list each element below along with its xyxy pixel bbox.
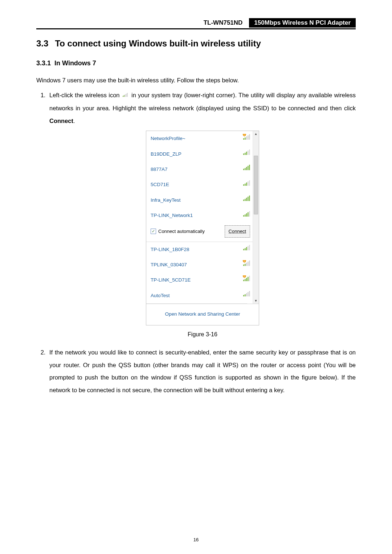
wireless-tray-icon — [122, 89, 129, 102]
svg-rect-29 — [248, 197, 249, 201]
svg-rect-39 — [248, 246, 249, 250]
auto-connect-checkbox[interactable]: ✓ — [151, 229, 156, 234]
svg-rect-0 — [123, 96, 123, 97]
svg-text:!: ! — [244, 260, 245, 263]
svg-rect-54 — [245, 294, 246, 296]
wifi-ssid: Infra_KeyTest — [151, 195, 241, 205]
header-bar: TL-WN751ND 150Mbps Wireless N PCI Adapte… — [36, 18, 356, 29]
scroll-thumb[interactable] — [254, 156, 258, 214]
scroll-down-button[interactable]: ▼ — [253, 298, 259, 304]
wifi-ssid: TPLINK_030407 — [151, 260, 241, 270]
figure-caption: Figure 3-16 — [49, 328, 356, 341]
wifi-network-item[interactable]: 5CD71E — [146, 177, 253, 192]
svg-rect-53 — [243, 295, 244, 296]
svg-rect-40 — [249, 245, 250, 250]
signal-strength-icon — [241, 245, 251, 254]
wifi-network-item[interactable]: 8877A7 — [146, 162, 253, 177]
svg-rect-18 — [246, 167, 247, 170]
connect-button[interactable]: Connect — [225, 225, 250, 237]
scroll-up-button[interactable]: ▲ — [253, 131, 259, 137]
wifi-ssid: NetworkProfile~ — [151, 134, 241, 144]
svg-rect-17 — [245, 168, 246, 170]
svg-rect-22 — [245, 184, 246, 186]
svg-rect-2 — [125, 94, 126, 97]
svg-rect-52 — [249, 276, 250, 281]
svg-rect-46 — [249, 260, 250, 266]
wifi-network-item[interactable]: NetworkProfile~ ! — [146, 131, 253, 146]
signal-strength-icon: ! — [241, 275, 251, 285]
svg-rect-15 — [249, 149, 250, 155]
wifi-ssid: AutoTest — [151, 291, 241, 301]
svg-text:!: ! — [244, 276, 245, 278]
signal-strength-icon — [241, 180, 251, 190]
svg-rect-26 — [243, 200, 244, 201]
svg-rect-13 — [246, 152, 247, 155]
wifi-network-item[interactable]: TP-LINK_1B0F28 — [146, 242, 253, 257]
svg-rect-36 — [243, 249, 244, 250]
subsection-number: 3.3.1 — [36, 59, 51, 67]
scrollbar[interactable]: ▲ ▼ — [253, 131, 259, 304]
scroll-track[interactable] — [253, 137, 259, 298]
product-name: 150Mbps Wireless N PCI Adapter — [249, 18, 356, 28]
svg-rect-27 — [245, 199, 246, 201]
svg-rect-38 — [246, 247, 247, 250]
svg-rect-10 — [249, 134, 250, 140]
wifi-flyout: NetworkProfile~ ! B19DDE_ZLP 8877A7 5CD7… — [146, 131, 259, 325]
intro-paragraph: Windows 7 users may use the built-in wir… — [36, 75, 356, 85]
auto-connect-label: Connect automatically — [158, 226, 222, 236]
svg-rect-49 — [245, 279, 246, 281]
signal-strength-icon: ! — [241, 134, 251, 144]
signal-strength-icon — [241, 149, 251, 159]
connect-word: Connect — [49, 118, 73, 124]
svg-rect-50 — [246, 278, 247, 281]
svg-rect-51 — [248, 277, 249, 281]
svg-rect-42 — [243, 264, 244, 266]
signal-strength-icon — [241, 195, 251, 205]
svg-rect-14 — [248, 151, 249, 155]
step-1: Left-click the wireless icon in your sys… — [47, 89, 356, 341]
svg-rect-48 — [243, 280, 244, 281]
svg-rect-24 — [248, 181, 249, 186]
svg-rect-37 — [245, 248, 246, 250]
page-number: 16 — [0, 537, 392, 542]
section-number: 3.3 — [36, 38, 48, 49]
svg-rect-55 — [246, 293, 247, 296]
wifi-ssid: B19DDE_ZLP — [151, 149, 241, 159]
svg-rect-8 — [246, 136, 247, 140]
svg-rect-57 — [249, 291, 250, 296]
svg-rect-4 — [127, 93, 128, 97]
wifi-network-item[interactable]: Infra_KeyTest — [146, 193, 253, 208]
svg-rect-45 — [248, 262, 249, 266]
wifi-network-item[interactable]: TPLINK_030407 ! — [146, 257, 253, 272]
svg-rect-31 — [243, 215, 244, 217]
wifi-network-item[interactable]: TP-LINK_5CD71E ! — [146, 272, 253, 288]
svg-rect-23 — [246, 182, 247, 186]
step1-text-c: . — [73, 118, 75, 124]
svg-rect-7 — [245, 138, 246, 140]
svg-rect-30 — [249, 196, 250, 201]
svg-rect-16 — [243, 169, 244, 170]
step1-text-a: Left-click the wireless icon — [49, 92, 122, 98]
step-2: If the network you would like to connect… — [47, 346, 356, 397]
wifi-ssid: 8877A7 — [151, 164, 241, 175]
svg-rect-43 — [245, 264, 246, 266]
wifi-network-item[interactable]: TP-LINK_Network1 — [146, 208, 253, 223]
svg-rect-6 — [243, 138, 244, 140]
wifi-ssid: 5CD71E — [151, 180, 241, 190]
svg-rect-12 — [245, 153, 246, 155]
section-heading: 3.3To connect using Windows built-in wir… — [36, 38, 356, 49]
signal-strength-icon — [241, 211, 251, 221]
open-network-center-link[interactable]: Open Network and Sharing Center — [146, 304, 259, 325]
wifi-network-item[interactable]: AutoTest — [146, 288, 253, 303]
signal-strength-icon — [241, 291, 251, 300]
svg-rect-3 — [126, 94, 127, 97]
svg-rect-20 — [249, 165, 250, 170]
svg-rect-28 — [246, 198, 247, 201]
svg-rect-32 — [245, 214, 246, 217]
wifi-network-item[interactable]: B19DDE_ZLP — [146, 147, 253, 162]
signal-strength-icon: ! — [241, 260, 251, 270]
svg-rect-9 — [248, 135, 249, 140]
svg-rect-35 — [249, 211, 250, 217]
svg-rect-25 — [249, 180, 250, 186]
wifi-ssid: TP-LINK_Network1 — [151, 210, 241, 221]
